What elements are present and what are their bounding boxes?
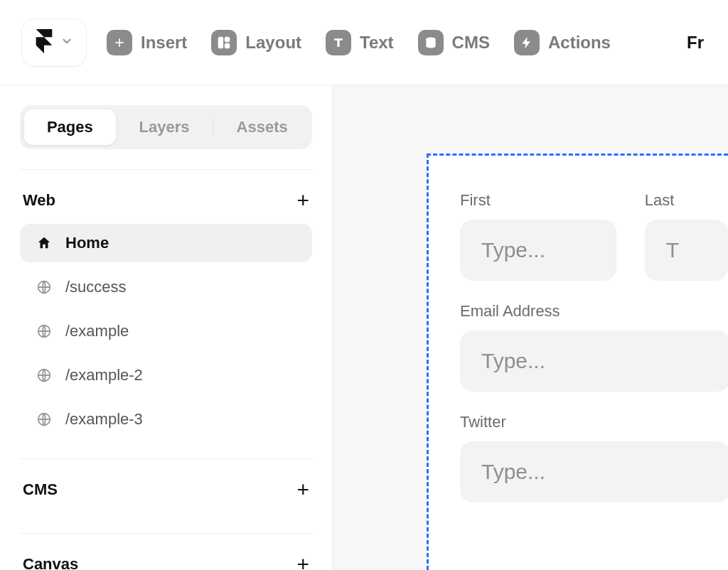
page-item-example-2[interactable]: /example-2 bbox=[20, 356, 312, 394]
toolbar-label: Text bbox=[360, 33, 394, 53]
section-title: CMS bbox=[23, 480, 58, 499]
field-label: First bbox=[460, 191, 616, 210]
framer-logo-icon bbox=[35, 29, 53, 56]
page-label: /example-2 bbox=[65, 366, 143, 385]
svg-rect-2 bbox=[225, 43, 230, 48]
section-header-cms: CMS + bbox=[20, 459, 312, 513]
form-field-first: First Type... bbox=[460, 191, 616, 281]
page-item-example-3[interactable]: /example-3 bbox=[20, 400, 312, 439]
toolbar-layout[interactable]: Layout bbox=[211, 30, 301, 55]
section-header-canvas: Canvas + bbox=[20, 534, 312, 570]
layout-icon bbox=[211, 30, 237, 55]
page-item-home[interactable]: Home bbox=[20, 224, 312, 262]
bolt-icon bbox=[514, 30, 540, 55]
tab-layers[interactable]: Layers bbox=[119, 109, 210, 145]
toolbar-label: Layout bbox=[245, 33, 301, 53]
toolbar-actions[interactable]: Actions bbox=[514, 30, 611, 55]
field-label: Email Address bbox=[460, 302, 728, 321]
first-name-input[interactable]: Type... bbox=[460, 220, 616, 281]
canvas-area[interactable]: First Type... Last T Email Address Type.… bbox=[333, 85, 728, 570]
globe-icon bbox=[36, 323, 53, 340]
section-title: Canvas bbox=[23, 555, 78, 570]
plus-square-icon bbox=[107, 30, 132, 55]
field-label: Twitter bbox=[460, 413, 728, 431]
left-sidebar: Pages Layers Assets Web + Home /success bbox=[0, 85, 333, 570]
top-right-text: Fr bbox=[687, 33, 707, 53]
page-item-success[interactable]: /success bbox=[20, 268, 312, 306]
form-field-email: Email Address Type... bbox=[460, 302, 728, 392]
chevron-down-icon bbox=[60, 35, 73, 50]
field-label: Last bbox=[645, 191, 728, 210]
svg-rect-1 bbox=[225, 36, 230, 42]
workspace: Pages Layers Assets Web + Home /success bbox=[0, 85, 728, 570]
tab-pages[interactable]: Pages bbox=[24, 109, 116, 145]
last-name-input[interactable]: T bbox=[645, 220, 728, 281]
toolbar-text[interactable]: Text bbox=[326, 30, 394, 55]
toolbar-label: Insert bbox=[141, 33, 187, 53]
database-icon bbox=[418, 30, 444, 55]
selected-frame[interactable]: First Type... Last T Email Address Type.… bbox=[427, 154, 728, 570]
app-logo-menu[interactable] bbox=[21, 18, 87, 67]
globe-icon bbox=[36, 411, 53, 428]
panel-tabs: Pages Layers Assets bbox=[20, 105, 312, 149]
form-field-last: Last T bbox=[645, 191, 728, 281]
twitter-input[interactable]: Type... bbox=[460, 441, 728, 502]
add-canvas-button[interactable]: + bbox=[296, 554, 309, 570]
text-icon bbox=[326, 30, 351, 55]
tab-divider bbox=[213, 119, 213, 136]
toolbar-label: CMS bbox=[452, 33, 490, 53]
section-title: Web bbox=[23, 191, 55, 210]
svg-rect-0 bbox=[218, 36, 224, 48]
toolbar-insert[interactable]: Insert bbox=[107, 30, 187, 55]
page-list: Home /success /example /example-2 bbox=[20, 224, 312, 439]
toolbar-label: Actions bbox=[548, 33, 611, 53]
add-cms-button[interactable]: + bbox=[296, 479, 309, 500]
page-label: Home bbox=[65, 234, 109, 252]
page-label: /success bbox=[65, 278, 127, 296]
email-input[interactable]: Type... bbox=[460, 330, 728, 392]
page-label: /example-3 bbox=[65, 410, 143, 429]
toolbar-items: Insert Layout Text CMS Actions bbox=[107, 30, 667, 55]
page-label: /example bbox=[65, 322, 129, 340]
form-field-twitter: Twitter Type... bbox=[460, 413, 728, 502]
top-toolbar: Insert Layout Text CMS Actions Fr bbox=[0, 0, 728, 85]
globe-icon bbox=[36, 367, 53, 384]
page-item-example[interactable]: /example bbox=[20, 312, 312, 350]
add-page-button[interactable]: + bbox=[296, 190, 309, 211]
section-header-web: Web + bbox=[20, 170, 312, 224]
globe-icon bbox=[36, 279, 53, 296]
toolbar-cms[interactable]: CMS bbox=[418, 30, 490, 55]
home-icon bbox=[36, 235, 53, 252]
tab-assets[interactable]: Assets bbox=[216, 109, 308, 145]
